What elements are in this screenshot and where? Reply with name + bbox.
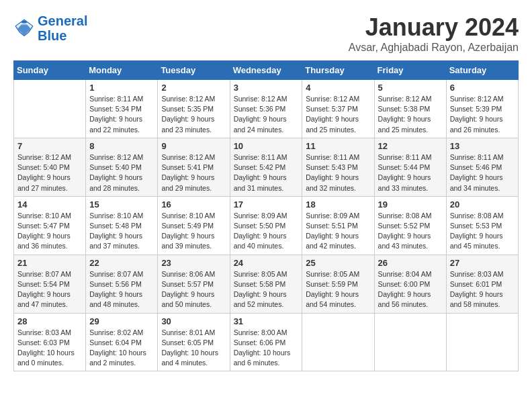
sunrise: Sunrise: 8:07 AM	[17, 270, 71, 278]
calendar-cell: 12 Sunrise: 8:11 AM Sunset: 5:44 PM Dayl…	[374, 138, 446, 196]
sunset: Sunset: 6:06 PM	[234, 338, 286, 347]
calendar-cell: 26 Sunrise: 8:04 AM Sunset: 6:00 PM Dayl…	[374, 255, 446, 313]
sunset: Sunset: 5:40 PM	[17, 163, 70, 171]
day-number: 9	[161, 141, 226, 151]
daylight: Daylight: 9 hours and 40 minutes.	[234, 232, 287, 250]
sunrise: Sunrise: 8:05 AM	[306, 270, 359, 278]
day-number: 2	[161, 83, 226, 93]
sunset: Sunset: 5:58 PM	[234, 280, 286, 288]
day-info: Sunrise: 8:11 AM Sunset: 5:43 PM Dayligh…	[306, 152, 370, 193]
daylight: Daylight: 9 hours and 36 minutes.	[17, 232, 71, 250]
day-info: Sunrise: 8:06 AM Sunset: 5:57 PM Dayligh…	[161, 269, 226, 310]
header-day-wednesday: Wednesday	[230, 61, 302, 80]
day-number: 10	[234, 141, 299, 151]
daylight: Daylight: 9 hours and 48 minutes.	[89, 290, 142, 308]
day-number: 14	[17, 199, 82, 210]
header-day-monday: Monday	[86, 61, 158, 80]
logo: General Blue	[13, 13, 87, 43]
calendar-cell: 3 Sunrise: 8:12 AM Sunset: 5:36 PM Dayli…	[230, 80, 302, 138]
sunrise: Sunrise: 8:12 AM	[450, 95, 504, 103]
calendar-cell	[374, 313, 446, 371]
calendar-week-3: 14 Sunrise: 8:10 AM Sunset: 5:47 PM Dayl…	[14, 196, 519, 255]
calendar-cell: 23 Sunrise: 8:06 AM Sunset: 5:57 PM Dayl…	[158, 255, 230, 313]
calendar-cell: 9 Sunrise: 8:12 AM Sunset: 5:41 PM Dayli…	[158, 138, 230, 196]
sunset: Sunset: 6:01 PM	[450, 280, 502, 288]
day-info: Sunrise: 8:11 AM Sunset: 5:34 PM Dayligh…	[89, 94, 154, 135]
calendar-cell	[446, 313, 518, 371]
day-number: 6	[450, 83, 515, 93]
sunset: Sunset: 5:35 PM	[161, 105, 214, 113]
calendar-cell: 7 Sunrise: 8:12 AM Sunset: 5:40 PM Dayli…	[14, 138, 86, 196]
daylight: Daylight: 9 hours and 54 minutes.	[306, 290, 359, 308]
calendar-cell	[14, 80, 86, 138]
day-info: Sunrise: 8:12 AM Sunset: 5:40 PM Dayligh…	[89, 152, 154, 193]
day-info: Sunrise: 8:00 AM Sunset: 6:06 PM Dayligh…	[234, 328, 299, 369]
title-block: January 2024 Avsar, Aghjabadi Rayon, Aze…	[349, 13, 519, 54]
sunset: Sunset: 6:05 PM	[161, 338, 214, 347]
header-day-saturday: Saturday	[446, 61, 518, 80]
sunset: Sunset: 5:57 PM	[161, 280, 214, 288]
day-number: 18	[306, 199, 370, 210]
sunset: Sunset: 5:37 PM	[306, 105, 358, 113]
day-info: Sunrise: 8:07 AM Sunset: 5:54 PM Dayligh…	[17, 269, 82, 310]
daylight: Daylight: 9 hours and 26 minutes.	[450, 115, 503, 133]
calendar-cell: 17 Sunrise: 8:09 AM Sunset: 5:50 PM Dayl…	[230, 196, 302, 255]
sunrise: Sunrise: 8:03 AM	[17, 328, 71, 336]
sunset: Sunset: 5:39 PM	[450, 105, 502, 113]
day-info: Sunrise: 8:12 AM Sunset: 5:36 PM Dayligh…	[234, 94, 299, 135]
day-info: Sunrise: 8:10 AM Sunset: 5:49 PM Dayligh…	[161, 211, 226, 252]
daylight: Daylight: 9 hours and 29 minutes.	[161, 173, 214, 191]
day-number: 13	[450, 141, 515, 151]
month-title: January 2024	[349, 13, 519, 42]
daylight: Daylight: 9 hours and 27 minutes.	[17, 173, 71, 191]
sunrise: Sunrise: 8:09 AM	[306, 212, 359, 220]
day-info: Sunrise: 8:03 AM Sunset: 6:01 PM Dayligh…	[450, 269, 515, 310]
calendar-cell: 15 Sunrise: 8:10 AM Sunset: 5:48 PM Dayl…	[86, 196, 158, 255]
calendar-week-4: 21 Sunrise: 8:07 AM Sunset: 5:54 PM Dayl…	[14, 255, 519, 313]
calendar-cell: 31 Sunrise: 8:00 AM Sunset: 6:06 PM Dayl…	[230, 313, 302, 371]
day-number: 20	[450, 199, 515, 210]
calendar-week-2: 7 Sunrise: 8:12 AM Sunset: 5:40 PM Dayli…	[14, 138, 519, 196]
calendar-cell: 19 Sunrise: 8:08 AM Sunset: 5:52 PM Dayl…	[374, 196, 446, 255]
day-number: 21	[17, 258, 82, 268]
daylight: Daylight: 10 hours and 2 minutes.	[89, 349, 146, 367]
daylight: Daylight: 9 hours and 47 minutes.	[17, 290, 71, 308]
calendar-cell: 2 Sunrise: 8:12 AM Sunset: 5:35 PM Dayli…	[158, 80, 230, 138]
calendar-cell: 22 Sunrise: 8:07 AM Sunset: 5:56 PM Dayl…	[86, 255, 158, 313]
day-number: 23	[161, 258, 226, 268]
daylight: Daylight: 9 hours and 28 minutes.	[89, 173, 142, 191]
day-number: 8	[89, 141, 154, 151]
calendar-cell: 11 Sunrise: 8:11 AM Sunset: 5:43 PM Dayl…	[302, 138, 374, 196]
sunset: Sunset: 5:40 PM	[89, 163, 142, 171]
daylight: Daylight: 9 hours and 23 minutes.	[161, 115, 214, 133]
day-info: Sunrise: 8:02 AM Sunset: 6:04 PM Dayligh…	[89, 328, 154, 369]
day-number: 27	[450, 258, 515, 268]
daylight: Daylight: 9 hours and 39 minutes.	[161, 232, 214, 250]
calendar-cell: 25 Sunrise: 8:05 AM Sunset: 5:59 PM Dayl…	[302, 255, 374, 313]
daylight: Daylight: 9 hours and 37 minutes.	[89, 232, 142, 250]
daylight: Daylight: 10 hours and 0 minutes.	[17, 349, 75, 367]
day-number: 12	[378, 141, 443, 151]
day-info: Sunrise: 8:10 AM Sunset: 5:48 PM Dayligh…	[89, 211, 154, 252]
calendar-cell: 18 Sunrise: 8:09 AM Sunset: 5:51 PM Dayl…	[302, 196, 374, 255]
day-number: 15	[89, 199, 154, 210]
sunrise: Sunrise: 8:12 AM	[161, 95, 215, 103]
sunset: Sunset: 5:59 PM	[306, 280, 358, 288]
sunset: Sunset: 6:03 PM	[17, 338, 70, 347]
daylight: Daylight: 9 hours and 32 minutes.	[306, 173, 359, 191]
day-info: Sunrise: 8:05 AM Sunset: 5:58 PM Dayligh…	[234, 269, 299, 310]
daylight: Daylight: 10 hours and 6 minutes.	[234, 349, 291, 367]
calendar-cell: 20 Sunrise: 8:08 AM Sunset: 5:53 PM Dayl…	[446, 196, 518, 255]
daylight: Daylight: 10 hours and 4 minutes.	[161, 349, 218, 367]
sunset: Sunset: 5:54 PM	[17, 280, 70, 288]
day-info: Sunrise: 8:12 AM Sunset: 5:38 PM Dayligh…	[378, 94, 443, 135]
sunrise: Sunrise: 8:10 AM	[89, 212, 143, 220]
daylight: Daylight: 9 hours and 56 minutes.	[378, 290, 431, 308]
day-number: 1	[89, 83, 154, 93]
daylight: Daylight: 9 hours and 42 minutes.	[306, 232, 359, 250]
calendar-cell: 14 Sunrise: 8:10 AM Sunset: 5:47 PM Dayl…	[14, 196, 86, 255]
day-info: Sunrise: 8:11 AM Sunset: 5:44 PM Dayligh…	[378, 152, 443, 193]
sunrise: Sunrise: 8:04 AM	[378, 270, 432, 278]
day-number: 16	[161, 199, 226, 210]
sunrise: Sunrise: 8:11 AM	[306, 153, 359, 161]
